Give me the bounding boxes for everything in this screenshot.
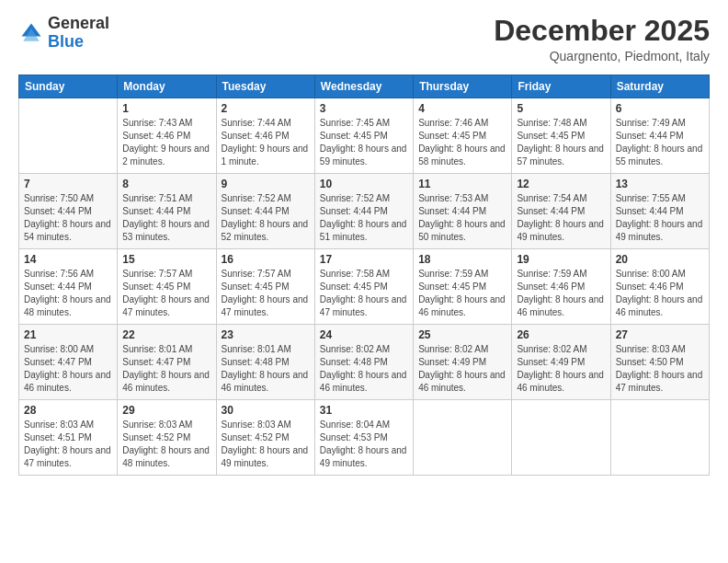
day-cell	[512, 400, 610, 476]
day-info: Sunrise: 8:03 AMSunset: 4:50 PMDaylight:…	[616, 343, 704, 395]
day-number: 8	[122, 178, 210, 190]
logo-blue: Blue	[48, 32, 84, 51]
day-info: Sunrise: 8:00 AMSunset: 4:46 PMDaylight:…	[616, 268, 704, 319]
header-day-friday: Friday	[512, 75, 610, 98]
day-cell: 20Sunrise: 8:00 AMSunset: 4:46 PMDayligh…	[610, 249, 709, 325]
day-info: Sunrise: 7:48 AMSunset: 4:45 PMDaylight:…	[517, 117, 605, 168]
day-info: Sunrise: 7:43 AMSunset: 4:46 PMDaylight:…	[122, 117, 210, 168]
day-cell: 26Sunrise: 8:02 AMSunset: 4:49 PMDayligh…	[512, 325, 610, 400]
day-cell: 8Sunrise: 7:51 AMSunset: 4:44 PMDaylight…	[118, 174, 216, 249]
day-cell: 27Sunrise: 8:03 AMSunset: 4:50 PMDayligh…	[610, 325, 709, 400]
day-cell: 21Sunrise: 8:00 AMSunset: 4:47 PMDayligh…	[19, 325, 118, 400]
day-number: 7	[24, 178, 112, 190]
day-info: Sunrise: 8:03 AMSunset: 4:52 PMDaylight:…	[122, 419, 210, 470]
day-info: Sunrise: 7:49 AMSunset: 4:44 PMDaylight:…	[616, 117, 704, 168]
day-cell: 11Sunrise: 7:53 AMSunset: 4:44 PMDayligh…	[414, 174, 512, 249]
week-row-1: 1Sunrise: 7:43 AMSunset: 4:46 PMDaylight…	[19, 98, 710, 174]
day-cell: 22Sunrise: 8:01 AMSunset: 4:47 PMDayligh…	[118, 325, 216, 400]
day-info: Sunrise: 8:01 AMSunset: 4:48 PMDaylight:…	[222, 343, 310, 395]
day-cell: 16Sunrise: 7:57 AMSunset: 4:45 PMDayligh…	[216, 249, 314, 325]
calendar-table: SundayMondayTuesdayWednesdayThursdayFrid…	[18, 75, 710, 476]
day-number: 4	[418, 102, 506, 115]
day-info: Sunrise: 8:03 AMSunset: 4:52 PMDaylight:…	[222, 419, 310, 470]
day-cell: 23Sunrise: 8:01 AMSunset: 4:48 PMDayligh…	[216, 325, 314, 400]
day-number: 23	[222, 328, 310, 341]
day-number: 17	[320, 253, 408, 266]
day-cell: 13Sunrise: 7:55 AMSunset: 4:44 PMDayligh…	[610, 174, 709, 249]
day-cell: 28Sunrise: 8:03 AMSunset: 4:51 PMDayligh…	[19, 400, 118, 476]
day-cell: 30Sunrise: 8:03 AMSunset: 4:52 PMDayligh…	[216, 400, 314, 476]
day-info: Sunrise: 7:46 AMSunset: 4:45 PMDaylight:…	[418, 117, 506, 168]
day-number: 3	[320, 102, 408, 115]
title-block: December 2025 Quargnento, Piedmont, Ital…	[494, 15, 710, 63]
header-day-saturday: Saturday	[610, 75, 709, 98]
day-info: Sunrise: 7:59 AMSunset: 4:45 PMDaylight:…	[418, 268, 506, 319]
header-day-thursday: Thursday	[414, 75, 512, 98]
day-info: Sunrise: 7:54 AMSunset: 4:44 PMDaylight:…	[517, 192, 605, 244]
day-cell: 2Sunrise: 7:44 AMSunset: 4:46 PMDaylight…	[216, 98, 314, 174]
day-cell: 3Sunrise: 7:45 AMSunset: 4:45 PMDaylight…	[314, 98, 413, 174]
calendar-page: General Blue December 2025 Quargnento, P…	[0, 0, 728, 563]
day-number: 9	[222, 178, 310, 190]
calendar-header: SundayMondayTuesdayWednesdayThursdayFrid…	[19, 75, 710, 98]
day-info: Sunrise: 8:01 AMSunset: 4:47 PMDaylight:…	[122, 343, 210, 395]
day-info: Sunrise: 8:04 AMSunset: 4:53 PMDaylight:…	[320, 419, 408, 470]
day-number: 13	[616, 178, 704, 190]
day-number: 26	[517, 328, 605, 341]
day-number: 29	[122, 404, 210, 417]
day-info: Sunrise: 7:45 AMSunset: 4:45 PMDaylight:…	[320, 117, 408, 168]
day-number: 30	[222, 404, 310, 417]
day-number: 21	[24, 328, 112, 341]
logo-text: General Blue	[48, 15, 109, 52]
day-number: 25	[418, 328, 506, 341]
day-cell: 14Sunrise: 7:56 AMSunset: 4:44 PMDayligh…	[19, 249, 118, 325]
week-row-5: 28Sunrise: 8:03 AMSunset: 4:51 PMDayligh…	[19, 400, 710, 476]
day-info: Sunrise: 7:51 AMSunset: 4:44 PMDaylight:…	[122, 192, 210, 244]
day-cell: 10Sunrise: 7:52 AMSunset: 4:44 PMDayligh…	[314, 174, 413, 249]
day-info: Sunrise: 8:02 AMSunset: 4:48 PMDaylight:…	[320, 343, 408, 395]
day-number: 27	[616, 328, 704, 341]
day-cell: 19Sunrise: 7:59 AMSunset: 4:46 PMDayligh…	[512, 249, 610, 325]
day-info: Sunrise: 7:52 AMSunset: 4:44 PMDaylight:…	[320, 192, 408, 244]
day-number: 18	[418, 253, 506, 266]
day-cell: 5Sunrise: 7:48 AMSunset: 4:45 PMDaylight…	[512, 98, 610, 174]
day-number: 31	[320, 404, 408, 417]
month-title: December 2025	[494, 15, 710, 47]
day-info: Sunrise: 7:44 AMSunset: 4:46 PMDaylight:…	[222, 117, 310, 168]
logo-general: General	[48, 14, 109, 32]
day-cell: 24Sunrise: 8:02 AMSunset: 4:48 PMDayligh…	[314, 325, 413, 400]
day-number: 1	[122, 102, 210, 115]
day-number: 2	[222, 102, 310, 115]
day-info: Sunrise: 7:53 AMSunset: 4:44 PMDaylight:…	[418, 192, 506, 244]
day-cell: 18Sunrise: 7:59 AMSunset: 4:45 PMDayligh…	[414, 249, 512, 325]
day-cell: 7Sunrise: 7:50 AMSunset: 4:44 PMDaylight…	[19, 174, 118, 249]
day-number: 24	[320, 328, 408, 341]
day-number: 19	[517, 253, 605, 266]
week-row-3: 14Sunrise: 7:56 AMSunset: 4:44 PMDayligh…	[19, 249, 710, 325]
day-cell: 1Sunrise: 7:43 AMSunset: 4:46 PMDaylight…	[118, 98, 216, 174]
header-day-sunday: Sunday	[19, 75, 118, 98]
day-cell	[19, 98, 118, 174]
logo-icon	[18, 20, 44, 46]
day-number: 15	[122, 253, 210, 266]
day-number: 10	[320, 178, 408, 190]
header-row: SundayMondayTuesdayWednesdayThursdayFrid…	[19, 75, 710, 98]
day-number: 16	[222, 253, 310, 266]
header-day-wednesday: Wednesday	[314, 75, 413, 98]
day-info: Sunrise: 7:59 AMSunset: 4:46 PMDaylight:…	[517, 268, 605, 319]
day-info: Sunrise: 7:57 AMSunset: 4:45 PMDaylight:…	[122, 268, 210, 319]
day-info: Sunrise: 7:56 AMSunset: 4:44 PMDaylight:…	[24, 268, 112, 319]
calendar-body: 1Sunrise: 7:43 AMSunset: 4:46 PMDaylight…	[19, 98, 710, 476]
day-info: Sunrise: 8:02 AMSunset: 4:49 PMDaylight:…	[418, 343, 506, 395]
day-cell: 4Sunrise: 7:46 AMSunset: 4:45 PMDaylight…	[414, 98, 512, 174]
day-number: 11	[418, 178, 506, 190]
header: General Blue December 2025 Quargnento, P…	[18, 15, 710, 63]
day-number: 6	[616, 102, 704, 115]
day-info: Sunrise: 7:58 AMSunset: 4:45 PMDaylight:…	[320, 268, 408, 319]
day-cell: 12Sunrise: 7:54 AMSunset: 4:44 PMDayligh…	[512, 174, 610, 249]
header-day-monday: Monday	[118, 75, 216, 98]
day-info: Sunrise: 7:52 AMSunset: 4:44 PMDaylight:…	[222, 192, 310, 244]
day-number: 20	[616, 253, 704, 266]
day-cell: 25Sunrise: 8:02 AMSunset: 4:49 PMDayligh…	[414, 325, 512, 400]
week-row-2: 7Sunrise: 7:50 AMSunset: 4:44 PMDaylight…	[19, 174, 710, 249]
